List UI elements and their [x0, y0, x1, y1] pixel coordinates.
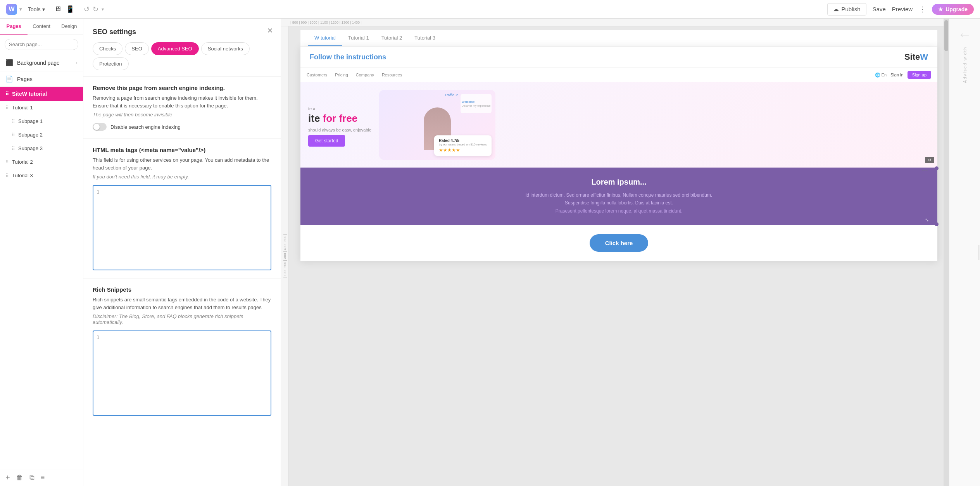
more-options-button[interactable]: ⋮ — [919, 5, 926, 14]
tab-content[interactable]: Content — [28, 19, 55, 35]
mobile-icon[interactable]: 📱 — [66, 5, 74, 14]
signin-link[interactable]: Sign in — [890, 73, 904, 77]
follow-text: Follow the instructions — [310, 53, 386, 61]
rich-title: Rich Snippets — [93, 286, 271, 293]
seo-close-button[interactable]: ✕ — [267, 26, 273, 35]
undo-redo: ↺ ↻ ▾ — [84, 5, 104, 14]
left-sidebar: Pages Content Design ⬛ Background page ›… — [0, 19, 83, 486]
sidebar-collapse-btn[interactable]: ‹ — [978, 245, 980, 260]
float-toolbar: ↺ — [925, 157, 934, 163]
float-undo-btn[interactable]: ↺ — [925, 157, 934, 163]
seo-tabs: Checks SEO Advanced SEO Social networks … — [93, 42, 271, 70]
preview-hero: te a ite for free should always be easy,… — [300, 82, 937, 168]
main-layout: Pages Content Design ⬛ Background page ›… — [0, 19, 980, 486]
drag-icon: ⠿ — [12, 132, 15, 138]
handle-br[interactable] — [935, 222, 939, 226]
preview-auth: 🌐 En Sign in Sign up — [875, 71, 931, 79]
seo-tab-checks[interactable]: Checks — [93, 42, 122, 55]
lorem-section: ↺ ⋯ ⤡ Lorem ipsum... — [300, 168, 937, 261]
toggle-knob — [93, 124, 100, 130]
hero-text: te a ite for free should always be easy,… — [308, 106, 371, 144]
seo-tab-seo[interactable]: SEO — [125, 42, 148, 55]
canvas-ruler-h: | 800 | 900 | 1000 | 1100 | 1200 | 1300 … — [281, 19, 949, 26]
meta-code-editor[interactable]: 1 — [93, 185, 271, 270]
traffic-label: Traffic ↗ — [445, 93, 458, 97]
logo[interactable]: W ▾ — [6, 4, 22, 15]
chevron-right-icon: › — [76, 60, 78, 66]
seo-panel-title: SEO settings — [93, 28, 271, 36]
resize-handle[interactable]: ⤡ — [925, 217, 929, 223]
ruler-v-label: | 100 | 200 | 300 | 400 | 500 | — [283, 234, 287, 278]
canvas-scrollbar[interactable] — [944, 19, 949, 486]
section-dots-menu: ⋯ — [922, 167, 928, 174]
drag-icon: ⠿ — [5, 159, 9, 165]
sidebar-item-sitew-tutorial[interactable]: ⠿ SiteW tutorial — [0, 87, 83, 101]
seo-tab-protection[interactable]: Protection — [93, 57, 129, 70]
settings-icon[interactable]: ≡ — [41, 474, 45, 482]
save-button[interactable]: Save — [873, 6, 886, 12]
sidebar-item-background[interactable]: ⬛ Background page › — [0, 54, 83, 71]
stars: ★★★★★ — [439, 147, 487, 153]
indexing-title: Remove this page from search engine inde… — [93, 85, 271, 91]
tools-menu[interactable]: Tools ▾ — [28, 6, 45, 12]
logo-chevron[interactable]: ▾ — [19, 7, 22, 12]
tab-pages[interactable]: Pages — [0, 19, 28, 35]
upgrade-button[interactable]: ★ Upgrade — [932, 4, 974, 15]
rich-desc: Rich snippets are small semantic tags em… — [93, 296, 271, 311]
sidebar-item-tutorial3[interactable]: ⠿ Tutorial 3 — [0, 169, 83, 182]
publish-button[interactable]: ☁ Publish — [827, 3, 866, 16]
page-tab-1[interactable]: Tutorial 1 — [342, 30, 375, 46]
lorem-content: ⤡ Lorem ipsum... id interdum dictum. Sed… — [300, 168, 937, 225]
sidebar-item-tutorial2[interactable]: ⠿ Tutorial 2 — [0, 155, 83, 169]
page-tab-2[interactable]: Tutorial 2 — [375, 30, 409, 46]
indexing-note: The page will then become invisible — [93, 112, 271, 118]
seo-tab-social[interactable]: Social networks — [201, 42, 250, 55]
add-page-icon[interactable]: + — [5, 473, 10, 482]
sidebar-item-tutorial1[interactable]: ⠿ Tutorial 1 — [0, 101, 83, 114]
canvas-scroll-thumb — [944, 20, 948, 51]
seo-tab-advanced[interactable]: Advanced SEO — [151, 42, 199, 55]
sidebar-item-subpage2[interactable]: ⠿ Subpage 2 — [0, 128, 83, 142]
indexing-toggle[interactable] — [93, 123, 107, 131]
right-panel: ← Advised width — [949, 19, 980, 486]
hero-title-part: ite — [308, 112, 323, 124]
tab-design[interactable]: Design — [55, 19, 83, 35]
drag-icon: ⠿ — [5, 91, 9, 97]
page-tab-3[interactable]: Tutorial 3 — [408, 30, 442, 46]
logo-w-blue: W — [920, 52, 928, 62]
delete-page-icon[interactable]: 🗑 — [16, 474, 23, 482]
page-tab-sitew[interactable]: W tutorial — [308, 30, 342, 46]
sidebar-item-subpage3[interactable]: ⠿ Subpage 3 — [0, 142, 83, 155]
publish-icon: ☁ — [833, 6, 839, 13]
undo-icon[interactable]: ↺ — [84, 5, 90, 14]
preview-button[interactable]: Preview — [892, 6, 913, 12]
handle-tr[interactable] — [935, 166, 939, 170]
dots-menu-btn[interactable]: ⋯ — [922, 167, 928, 174]
code-line: 1 — [97, 189, 267, 195]
page-nav-tabs: W tutorial Tutorial 1 Tutorial 2 Tutoria… — [300, 30, 937, 47]
rich-code-editor[interactable]: 1 — [93, 330, 271, 416]
duplicate-page-icon[interactable]: ⧉ — [29, 474, 35, 482]
signup-btn[interactable]: Sign up — [908, 71, 931, 79]
seo-panel: SEO settings Checks SEO Advanced SEO Soc… — [83, 19, 281, 486]
sidebar-item-subpage1[interactable]: ⠿ Subpage 1 — [0, 114, 83, 128]
search-input[interactable] — [5, 39, 78, 50]
nav-customers: Customers — [307, 73, 327, 77]
seo-section-meta: HTML meta tags (<meta name="value"/>) Th… — [83, 138, 281, 278]
logo-icon: W — [6, 4, 17, 15]
meta-note: If you don't need this field, it may be … — [93, 174, 271, 180]
search-area — [0, 35, 83, 54]
desktop-icon[interactable]: 🖥 — [54, 5, 61, 13]
ruler-label: | 800 | 900 | 1000 | 1100 | 1200 | 1300 … — [290, 21, 362, 24]
upgrade-star-icon: ★ — [938, 6, 943, 12]
click-here-button[interactable]: Click here — [590, 234, 649, 252]
hero-cta-btn[interactable]: Get started — [308, 135, 345, 147]
undo-dropdown-icon[interactable]: ▾ — [102, 7, 104, 12]
topbar: W ▾ Tools ▾ 🖥 📱 ↺ ↻ ▾ ☁ Publish Save Pre… — [0, 0, 980, 19]
drag-icon: ⠿ — [5, 173, 9, 178]
redo-icon[interactable]: ↻ — [93, 5, 98, 14]
sidebar-pages-section[interactable]: 📄 Pages — [0, 71, 83, 87]
arrow-icon: ← — [958, 26, 972, 43]
canvas-inner: | 100 | 200 | 300 | 400 | 500 | W tutori… — [281, 26, 949, 486]
code-line: 1 — [97, 334, 267, 340]
